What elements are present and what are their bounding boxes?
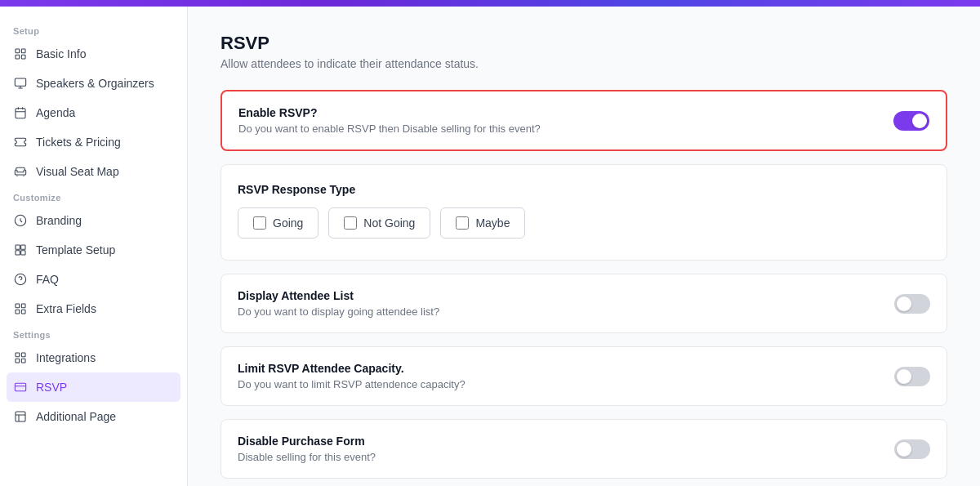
- maybe-option[interactable]: Maybe: [440, 207, 525, 239]
- svg-rect-3: [21, 55, 25, 59]
- page-subtitle: Allow attendees to indicate their attend…: [220, 57, 947, 70]
- not-going-label: Not Going: [363, 216, 415, 230]
- disable-purchase-desc: Disable selling for this event?: [238, 451, 376, 463]
- sidebar-item-template-label: Template Setup: [36, 243, 115, 256]
- sidebar-item-visual-seat-label: Visual Seat Map: [36, 165, 119, 178]
- not-going-checkbox[interactable]: [344, 216, 357, 230]
- response-options: Going Not Going Maybe: [238, 207, 930, 239]
- sidebar-item-speakers[interactable]: Speakers & Orgainzers: [0, 69, 187, 98]
- sidebar-item-additional-page[interactable]: Additional Page: [0, 402, 187, 431]
- sidebar-item-integrations-label: Integrations: [36, 351, 96, 364]
- rsvp-icon: [13, 380, 28, 395]
- svg-point-10: [15, 274, 25, 284]
- disable-purchase-toggle-track[interactable]: [894, 439, 930, 459]
- svg-rect-18: [16, 359, 20, 363]
- sidebar-item-speakers-label: Speakers & Orgainzers: [36, 77, 154, 90]
- svg-rect-17: [21, 353, 25, 357]
- svg-rect-14: [16, 310, 20, 314]
- limit-capacity-label: Limit RSVP Attendee Capacity.: [238, 362, 466, 375]
- svg-rect-7: [21, 245, 25, 249]
- enable-rsvp-label: Enable RSVP?: [238, 106, 541, 119]
- main-content: RSVP Allow attendees to indicate their a…: [188, 7, 980, 486]
- sidebar-item-branding[interactable]: Branding: [0, 206, 187, 235]
- maybe-checkbox[interactable]: [456, 216, 469, 230]
- svg-rect-4: [15, 78, 25, 86]
- going-label: Going: [273, 216, 303, 230]
- sidebar-item-faq-label: FAQ: [36, 273, 59, 286]
- agenda-icon: [13, 105, 28, 120]
- going-checkbox[interactable]: [253, 216, 266, 230]
- sidebar-item-tickets-label: Tickets & Pricing: [36, 136, 121, 149]
- sidebar-item-agenda-label: Agenda: [36, 106, 75, 119]
- faq-icon: [13, 272, 28, 287]
- disable-purchase-toggle[interactable]: [894, 439, 930, 459]
- rsvp-response-type-card: RSVP Response Type Going Not Going Maybe: [220, 164, 947, 261]
- enable-rsvp-toggle-thumb: [912, 114, 927, 128]
- response-type-label: RSVP Response Type: [238, 183, 930, 196]
- svg-rect-15: [21, 310, 25, 314]
- going-option[interactable]: Going: [238, 207, 318, 239]
- page-title: RSVP: [220, 33, 947, 54]
- sidebar-item-faq[interactable]: FAQ: [0, 265, 187, 294]
- sidebar-item-tickets[interactable]: Tickets & Pricing: [0, 127, 187, 157]
- visual-seat-icon: [13, 164, 28, 179]
- svg-rect-5: [16, 109, 25, 118]
- sidebar-item-rsvp-label: RSVP: [36, 381, 67, 394]
- sidebar-item-branding-label: Branding: [36, 214, 82, 227]
- enable-rsvp-toggle-track[interactable]: [893, 111, 929, 131]
- limit-capacity-desc: Do you want to limit RSVP attendence cap…: [238, 378, 466, 390]
- sidebar-item-extra-fields-label: Extra Fields: [36, 302, 96, 315]
- display-attendee-desc: Do you want to display going attendee li…: [238, 305, 439, 318]
- limit-capacity-toggle-track[interactable]: [894, 367, 930, 386]
- sidebar-item-visual-seat[interactable]: Visual Seat Map: [0, 157, 187, 186]
- display-attendee-label: Display Attendee List: [238, 289, 439, 302]
- sidebar-item-extra-fields[interactable]: Extra Fields: [0, 294, 187, 323]
- svg-rect-6: [16, 245, 20, 249]
- svg-rect-21: [16, 412, 25, 421]
- svg-rect-16: [16, 353, 20, 357]
- enable-rsvp-card: Enable RSVP? Do you want to enable RSVP …: [220, 90, 947, 151]
- svg-rect-20: [15, 383, 25, 390]
- svg-rect-19: [21, 359, 25, 363]
- top-gradient-bar: [0, 0, 980, 7]
- sidebar-item-agenda[interactable]: Agenda: [0, 98, 187, 127]
- svg-rect-0: [16, 49, 20, 53]
- integrations-icon: [13, 350, 28, 365]
- disable-purchase-card: Disable Purchase Form Disable selling fo…: [220, 419, 947, 479]
- basic-info-icon: [13, 47, 28, 61]
- limit-capacity-card: Limit RSVP Attendee Capacity. Do you wan…: [220, 346, 947, 406]
- limit-capacity-toggle-thumb: [897, 369, 911, 384]
- sidebar-item-rsvp[interactable]: RSVP: [7, 372, 180, 402]
- template-icon: [13, 243, 28, 257]
- speakers-icon: [13, 76, 28, 91]
- sidebar-item-template-setup[interactable]: Template Setup: [0, 235, 187, 265]
- branding-icon: [13, 213, 28, 228]
- tickets-icon: [13, 135, 28, 149]
- enable-rsvp-toggle[interactable]: [893, 111, 929, 131]
- sidebar-item-basic-info[interactable]: Basic Info: [0, 39, 187, 69]
- sidebar-item-integrations[interactable]: Integrations: [0, 343, 187, 372]
- not-going-option[interactable]: Not Going: [328, 207, 430, 239]
- display-attendee-toggle-track[interactable]: [894, 294, 930, 314]
- settings-section-label: Settings: [0, 323, 187, 343]
- display-attendee-card: Display Attendee List Do you want to dis…: [220, 274, 947, 333]
- svg-rect-12: [16, 304, 20, 308]
- limit-capacity-toggle[interactable]: [894, 367, 930, 386]
- sidebar: Setup Basic Info Speakers & Orgainzers A…: [0, 7, 188, 486]
- disable-purchase-toggle-thumb: [897, 442, 911, 457]
- enable-rsvp-desc: Do you want to enable RSVP then Disable …: [238, 123, 541, 135]
- extra-fields-icon: [13, 301, 28, 316]
- sidebar-item-additional-page-label: Additional Page: [36, 410, 116, 423]
- svg-rect-8: [16, 251, 20, 255]
- disable-purchase-label: Disable Purchase Form: [238, 435, 376, 448]
- svg-rect-9: [21, 251, 25, 255]
- additional-page-icon: [13, 409, 28, 424]
- svg-rect-13: [21, 304, 25, 308]
- svg-rect-2: [16, 55, 20, 59]
- setup-section-label: Setup: [0, 20, 187, 39]
- customize-section-label: Customize: [0, 186, 187, 206]
- maybe-label: Maybe: [475, 216, 510, 230]
- display-attendee-toggle[interactable]: [894, 294, 930, 314]
- display-attendee-toggle-thumb: [897, 297, 911, 311]
- svg-rect-1: [21, 49, 25, 53]
